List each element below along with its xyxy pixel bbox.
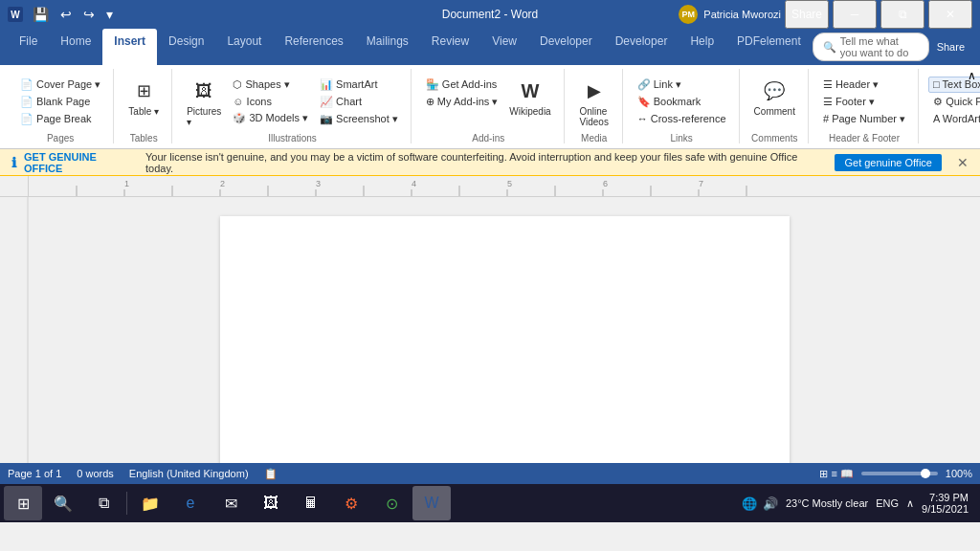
cover-page-button[interactable]: 📄 Cover Page ▾	[15, 77, 105, 93]
photos-button[interactable]: 🖼	[252, 486, 290, 520]
group-pages: 📄 Cover Page ▾ 📄 Blank Page 📄 Page Break…	[8, 69, 114, 143]
network-icon[interactable]: 🌐	[742, 496, 757, 511]
table-icon: ⊞	[128, 76, 159, 106]
links-buttons: 🔗 Link ▾ 🔖 Bookmark ↔ Cross-reference	[633, 69, 731, 131]
tab-view[interactable]: View	[480, 29, 528, 65]
pictures-label: Pictures ▾	[187, 106, 221, 127]
close-button[interactable]: ✕	[928, 0, 972, 29]
tab-mailings[interactable]: Mailings	[355, 29, 420, 65]
get-genuine-office-button[interactable]: Get genuine Office	[835, 154, 942, 171]
page-break-button[interactable]: 📄 Page Break	[15, 111, 105, 127]
title-bar-left: W 💾 ↩ ↪ ▾	[8, 5, 117, 24]
illustrations-label: Illustrations	[268, 133, 317, 143]
zoom-slider[interactable]	[861, 472, 938, 475]
left-ruler-svg	[0, 197, 29, 463]
cross-reference-button[interactable]: ↔ Cross-reference	[633, 111, 731, 126]
icons-button[interactable]: ☺ Icons	[228, 94, 313, 109]
header-button[interactable]: ☰ Header ▾	[818, 77, 910, 93]
ribbon: File Home Insert Design Layout Reference…	[0, 29, 980, 149]
tab-insert[interactable]: Insert	[102, 29, 157, 65]
group-links: 🔗 Link ▾ 🔖 Bookmark ↔ Cross-reference Li…	[625, 69, 740, 143]
smartart-button[interactable]: 📊 SmartArt	[315, 77, 403, 93]
calculator-button[interactable]: 🖩	[292, 486, 330, 520]
file-explorer-button[interactable]: 📁	[131, 486, 169, 520]
comment-label: Comment	[754, 106, 795, 117]
undo-button[interactable]: ↩	[56, 5, 76, 24]
online-videos-button[interactable]: ▶ OnlineVideos	[574, 73, 614, 130]
notification-bar: ℹ GET GENUINE OFFICE Your license isn't …	[0, 149, 980, 176]
word-taskbar-button[interactable]: W	[412, 486, 451, 520]
tab-layout[interactable]: Layout	[215, 29, 273, 65]
chart-button[interactable]: 📈 Chart	[315, 94, 403, 110]
clock-area[interactable]: 7:39 PM 9/15/2021	[922, 492, 969, 515]
ruler-left	[0, 176, 29, 196]
blank-page-button[interactable]: 📄 Blank Page	[15, 94, 105, 110]
pictures-button[interactable]: 🖼 Pictures ▾	[182, 73, 226, 130]
bookmark-button[interactable]: 🔖 Bookmark	[633, 94, 731, 110]
3dmodels-button[interactable]: 🎲 3D Models ▾	[228, 110, 313, 126]
explore-quick-parts-button[interactable]: ⚙ Quick Parts ▾	[928, 94, 980, 110]
user-area[interactable]: PM Patricia Mworozi	[679, 5, 781, 24]
tab-home[interactable]: Home	[49, 29, 102, 65]
notification-close-button[interactable]: ✕	[957, 155, 969, 170]
wikipedia-icon: W	[515, 76, 546, 106]
illus-col2: 📊 SmartArt 📈 Chart 📷 Screenshot ▾	[315, 73, 403, 127]
tab-design[interactable]: Design	[157, 29, 215, 65]
customize-button[interactable]: ▾	[102, 5, 117, 24]
status-right: ⊞ ≡ 📖 100%	[819, 468, 972, 480]
tab-help[interactable]: Help	[679, 29, 725, 65]
title-bar-right: PM Patricia Mworozi Share ─ ⧉ ✕	[679, 0, 972, 29]
document-content[interactable]	[29, 197, 980, 463]
tab-developer[interactable]: Developer	[528, 29, 604, 65]
link-button[interactable]: 🔗 Link ▾	[633, 77, 731, 93]
sys-tray-icons: 🌐 🔊	[742, 496, 778, 511]
comment-button[interactable]: 💬 Comment	[749, 73, 800, 120]
screenshot-button[interactable]: 📷 Screenshot ▾	[315, 111, 403, 127]
ribbon-collapse-button[interactable]: ∧	[968, 69, 976, 82]
tab-references[interactable]: References	[273, 29, 354, 65]
restore-button[interactable]: ⧉	[880, 0, 924, 29]
links-col: 🔗 Link ▾ 🔖 Bookmark ↔ Cross-reference	[633, 73, 731, 126]
start-button[interactable]: ⊞	[4, 486, 42, 520]
save-button[interactable]: 💾	[29, 5, 53, 24]
wikipedia-button[interactable]: W Wikipedia	[504, 73, 555, 120]
tab-review[interactable]: Review	[420, 29, 480, 65]
search-taskbar-button[interactable]: 🔍	[44, 486, 82, 520]
svg-text:6: 6	[603, 179, 608, 188]
taskbar-chevron[interactable]: ∧	[906, 497, 914, 510]
tab-file[interactable]: File	[8, 29, 49, 65]
word-icon: W	[8, 7, 23, 22]
chrome-button[interactable]: ⊙	[372, 486, 411, 520]
media-buttons: ▶ OnlineVideos	[574, 69, 614, 131]
ruler-svg: 1 2 3 4 5 6 7	[29, 176, 980, 196]
get-addins-button[interactable]: 🏪 Get Add-ins	[421, 77, 503, 93]
quick-access-toolbar: 💾 ↩ ↪ ▾	[29, 5, 117, 24]
redo-button[interactable]: ↪	[79, 5, 99, 24]
wordart-button[interactable]: A WordArt ▾	[928, 111, 980, 127]
my-addins-button[interactable]: ⊕ My Add-ins ▾	[421, 94, 503, 110]
task-view-button[interactable]: ⧉	[84, 486, 122, 520]
ribbon-share-button[interactable]: Share	[937, 41, 965, 53]
document-page[interactable]	[220, 216, 790, 463]
tab-pdfelement[interactable]: PDFelement	[725, 29, 813, 65]
mail-button[interactable]: ✉	[212, 486, 250, 520]
group-tables: ⊞ Table ▾ Tables	[116, 69, 172, 143]
title-bar: W 💾 ↩ ↪ ▾ Document2 - Word PM Patricia M…	[0, 0, 980, 29]
page-number-button[interactable]: # Page Number ▾	[818, 111, 910, 127]
svg-text:2: 2	[220, 179, 225, 188]
group-addins: 🏪 Get Add-ins ⊕ My Add-ins ▾ W Wikipedia…	[413, 69, 565, 143]
notification-icon: ℹ	[11, 155, 16, 170]
view-modes: ⊞ ≡ 📖	[819, 468, 854, 480]
tell-me-bar[interactable]: 🔍 Tell me what you want to do	[813, 33, 929, 61]
pinned-app1[interactable]: ⚙	[332, 486, 370, 520]
volume-icon[interactable]: 🔊	[763, 496, 778, 511]
taskbar-date: 9/15/2021	[922, 503, 969, 515]
ruler-main: 1 2 3 4 5 6 7	[29, 176, 980, 196]
edge-button[interactable]: e	[171, 486, 210, 520]
shapes-button[interactable]: ⬡ Shapes ▾	[228, 77, 313, 93]
footer-button[interactable]: ☰ Footer ▾	[818, 94, 910, 110]
table-button[interactable]: ⊞ Table ▾	[123, 73, 164, 120]
minimize-button[interactable]: ─	[833, 0, 877, 29]
tab-developer2[interactable]: Developer	[604, 29, 679, 65]
share-button[interactable]: Share	[785, 0, 829, 29]
